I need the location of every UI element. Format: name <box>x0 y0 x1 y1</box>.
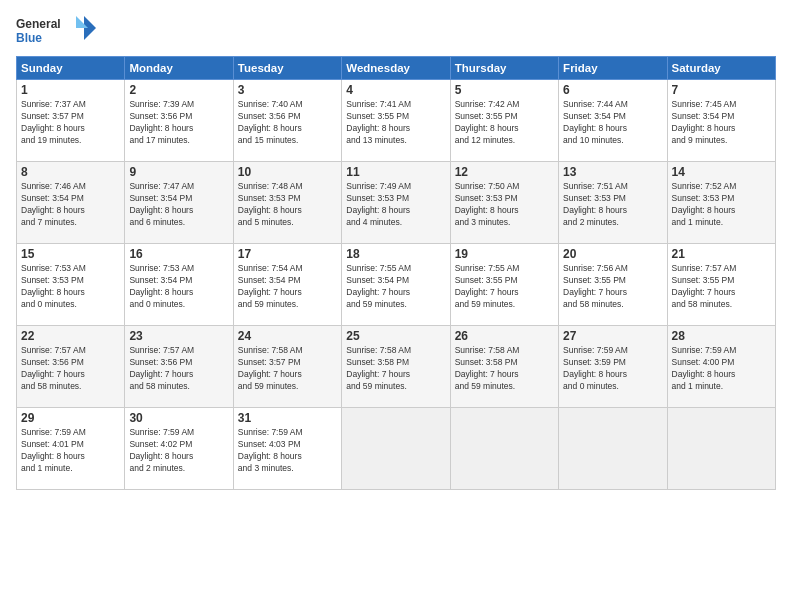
day-number: 14 <box>672 165 771 179</box>
day-number: 15 <box>21 247 120 261</box>
day-number: 9 <box>129 165 228 179</box>
calendar-cell: 16Sunrise: 7:53 AM Sunset: 3:54 PM Dayli… <box>125 244 233 326</box>
calendar-cell: 18Sunrise: 7:55 AM Sunset: 3:54 PM Dayli… <box>342 244 450 326</box>
calendar-cell <box>559 408 667 490</box>
day-number: 13 <box>563 165 662 179</box>
svg-text:Blue: Blue <box>16 31 42 45</box>
day-info: Sunrise: 7:51 AM Sunset: 3:53 PM Dayligh… <box>563 181 662 229</box>
calendar-cell: 14Sunrise: 7:52 AM Sunset: 3:53 PM Dayli… <box>667 162 775 244</box>
calendar-week-4: 22Sunrise: 7:57 AM Sunset: 3:56 PM Dayli… <box>17 326 776 408</box>
calendar-cell: 26Sunrise: 7:58 AM Sunset: 3:58 PM Dayli… <box>450 326 558 408</box>
day-number: 18 <box>346 247 445 261</box>
calendar-cell <box>667 408 775 490</box>
day-info: Sunrise: 7:44 AM Sunset: 3:54 PM Dayligh… <box>563 99 662 147</box>
day-number: 3 <box>238 83 337 97</box>
svg-text:General: General <box>16 17 61 31</box>
calendar-cell: 7Sunrise: 7:45 AM Sunset: 3:54 PM Daylig… <box>667 80 775 162</box>
day-number: 22 <box>21 329 120 343</box>
calendar-cell: 11Sunrise: 7:49 AM Sunset: 3:53 PM Dayli… <box>342 162 450 244</box>
calendar-cell: 23Sunrise: 7:57 AM Sunset: 3:56 PM Dayli… <box>125 326 233 408</box>
day-info: Sunrise: 7:53 AM Sunset: 3:54 PM Dayligh… <box>129 263 228 311</box>
day-info: Sunrise: 7:39 AM Sunset: 3:56 PM Dayligh… <box>129 99 228 147</box>
logo-icon: General Blue <box>16 12 96 48</box>
day-info: Sunrise: 7:59 AM Sunset: 4:01 PM Dayligh… <box>21 427 120 475</box>
day-number: 31 <box>238 411 337 425</box>
calendar-week-2: 8Sunrise: 7:46 AM Sunset: 3:54 PM Daylig… <box>17 162 776 244</box>
calendar-cell: 8Sunrise: 7:46 AM Sunset: 3:54 PM Daylig… <box>17 162 125 244</box>
calendar-cell: 4Sunrise: 7:41 AM Sunset: 3:55 PM Daylig… <box>342 80 450 162</box>
calendar-cell: 13Sunrise: 7:51 AM Sunset: 3:53 PM Dayli… <box>559 162 667 244</box>
day-info: Sunrise: 7:53 AM Sunset: 3:53 PM Dayligh… <box>21 263 120 311</box>
calendar-cell: 29Sunrise: 7:59 AM Sunset: 4:01 PM Dayli… <box>17 408 125 490</box>
day-number: 26 <box>455 329 554 343</box>
day-info: Sunrise: 7:54 AM Sunset: 3:54 PM Dayligh… <box>238 263 337 311</box>
day-number: 12 <box>455 165 554 179</box>
calendar-table: SundayMondayTuesdayWednesdayThursdayFrid… <box>16 56 776 490</box>
day-info: Sunrise: 7:58 AM Sunset: 3:58 PM Dayligh… <box>455 345 554 393</box>
day-number: 2 <box>129 83 228 97</box>
calendar-cell: 25Sunrise: 7:58 AM Sunset: 3:58 PM Dayli… <box>342 326 450 408</box>
weekday-header-thursday: Thursday <box>450 57 558 80</box>
day-number: 23 <box>129 329 228 343</box>
header: General Blue <box>16 12 776 48</box>
calendar-cell: 12Sunrise: 7:50 AM Sunset: 3:53 PM Dayli… <box>450 162 558 244</box>
calendar-cell <box>342 408 450 490</box>
day-number: 4 <box>346 83 445 97</box>
calendar-cell: 6Sunrise: 7:44 AM Sunset: 3:54 PM Daylig… <box>559 80 667 162</box>
day-info: Sunrise: 7:56 AM Sunset: 3:55 PM Dayligh… <box>563 263 662 311</box>
day-info: Sunrise: 7:57 AM Sunset: 3:56 PM Dayligh… <box>129 345 228 393</box>
day-number: 19 <box>455 247 554 261</box>
day-number: 25 <box>346 329 445 343</box>
day-info: Sunrise: 7:55 AM Sunset: 3:54 PM Dayligh… <box>346 263 445 311</box>
calendar-week-1: 1Sunrise: 7:37 AM Sunset: 3:57 PM Daylig… <box>17 80 776 162</box>
day-number: 7 <box>672 83 771 97</box>
day-info: Sunrise: 7:59 AM Sunset: 4:02 PM Dayligh… <box>129 427 228 475</box>
day-number: 16 <box>129 247 228 261</box>
weekday-header-sunday: Sunday <box>17 57 125 80</box>
weekday-header-saturday: Saturday <box>667 57 775 80</box>
day-info: Sunrise: 7:59 AM Sunset: 4:03 PM Dayligh… <box>238 427 337 475</box>
calendar-cell: 27Sunrise: 7:59 AM Sunset: 3:59 PM Dayli… <box>559 326 667 408</box>
page-container: General Blue SundayMondayTuesdayWednesda… <box>0 0 792 498</box>
calendar-cell: 1Sunrise: 7:37 AM Sunset: 3:57 PM Daylig… <box>17 80 125 162</box>
calendar-cell: 15Sunrise: 7:53 AM Sunset: 3:53 PM Dayli… <box>17 244 125 326</box>
calendar-week-3: 15Sunrise: 7:53 AM Sunset: 3:53 PM Dayli… <box>17 244 776 326</box>
weekday-header-tuesday: Tuesday <box>233 57 341 80</box>
day-info: Sunrise: 7:47 AM Sunset: 3:54 PM Dayligh… <box>129 181 228 229</box>
day-info: Sunrise: 7:58 AM Sunset: 3:58 PM Dayligh… <box>346 345 445 393</box>
calendar-cell: 2Sunrise: 7:39 AM Sunset: 3:56 PM Daylig… <box>125 80 233 162</box>
day-number: 27 <box>563 329 662 343</box>
calendar-cell: 19Sunrise: 7:55 AM Sunset: 3:55 PM Dayli… <box>450 244 558 326</box>
day-info: Sunrise: 7:49 AM Sunset: 3:53 PM Dayligh… <box>346 181 445 229</box>
day-number: 21 <box>672 247 771 261</box>
day-info: Sunrise: 7:57 AM Sunset: 3:55 PM Dayligh… <box>672 263 771 311</box>
weekday-header-monday: Monday <box>125 57 233 80</box>
day-info: Sunrise: 7:52 AM Sunset: 3:53 PM Dayligh… <box>672 181 771 229</box>
calendar-cell: 31Sunrise: 7:59 AM Sunset: 4:03 PM Dayli… <box>233 408 341 490</box>
calendar-cell: 10Sunrise: 7:48 AM Sunset: 3:53 PM Dayli… <box>233 162 341 244</box>
day-number: 28 <box>672 329 771 343</box>
day-info: Sunrise: 7:37 AM Sunset: 3:57 PM Dayligh… <box>21 99 120 147</box>
day-info: Sunrise: 7:57 AM Sunset: 3:56 PM Dayligh… <box>21 345 120 393</box>
day-number: 29 <box>21 411 120 425</box>
day-info: Sunrise: 7:45 AM Sunset: 3:54 PM Dayligh… <box>672 99 771 147</box>
calendar-cell: 24Sunrise: 7:58 AM Sunset: 3:57 PM Dayli… <box>233 326 341 408</box>
day-info: Sunrise: 7:50 AM Sunset: 3:53 PM Dayligh… <box>455 181 554 229</box>
calendar-cell: 17Sunrise: 7:54 AM Sunset: 3:54 PM Dayli… <box>233 244 341 326</box>
day-info: Sunrise: 7:59 AM Sunset: 4:00 PM Dayligh… <box>672 345 771 393</box>
calendar-cell <box>450 408 558 490</box>
day-number: 10 <box>238 165 337 179</box>
day-info: Sunrise: 7:42 AM Sunset: 3:55 PM Dayligh… <box>455 99 554 147</box>
day-info: Sunrise: 7:41 AM Sunset: 3:55 PM Dayligh… <box>346 99 445 147</box>
calendar-cell: 5Sunrise: 7:42 AM Sunset: 3:55 PM Daylig… <box>450 80 558 162</box>
day-number: 20 <box>563 247 662 261</box>
calendar-cell: 20Sunrise: 7:56 AM Sunset: 3:55 PM Dayli… <box>559 244 667 326</box>
day-number: 1 <box>21 83 120 97</box>
day-info: Sunrise: 7:55 AM Sunset: 3:55 PM Dayligh… <box>455 263 554 311</box>
calendar-cell: 21Sunrise: 7:57 AM Sunset: 3:55 PM Dayli… <box>667 244 775 326</box>
day-number: 30 <box>129 411 228 425</box>
day-info: Sunrise: 7:46 AM Sunset: 3:54 PM Dayligh… <box>21 181 120 229</box>
calendar-week-5: 29Sunrise: 7:59 AM Sunset: 4:01 PM Dayli… <box>17 408 776 490</box>
calendar-cell: 30Sunrise: 7:59 AM Sunset: 4:02 PM Dayli… <box>125 408 233 490</box>
day-number: 8 <box>21 165 120 179</box>
